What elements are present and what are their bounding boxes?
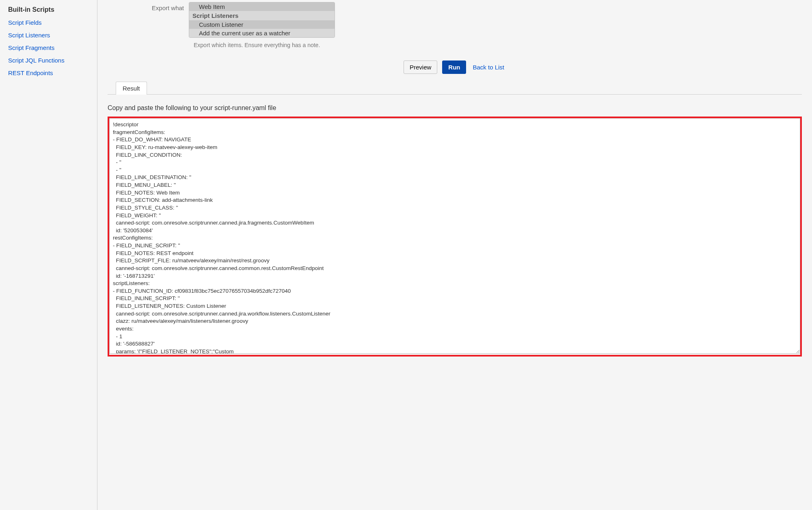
action-buttons: Preview Run Back to List <box>108 61 802 74</box>
sidebar-item-script-fields[interactable]: Script Fields <box>8 19 89 26</box>
run-button[interactable]: Run <box>442 61 466 74</box>
sidebar-item-rest-endpoints[interactable]: REST Endpoints <box>8 69 89 76</box>
listbox-option-web-item[interactable]: Web Item <box>189 2 335 11</box>
export-what-listbox[interactable]: Web Item Script Listeners Custom Listene… <box>189 2 335 38</box>
preview-button[interactable]: Preview <box>404 61 437 74</box>
listbox-option-custom-listener[interactable]: Custom Listener <box>189 20 335 29</box>
export-what-label: Export what <box>108 2 189 11</box>
yaml-output-textarea[interactable] <box>109 118 800 354</box>
sidebar-heading: Built-in Scripts <box>8 6 89 13</box>
main-content: Export what Web Item Script Listeners Cu… <box>97 0 812 510</box>
yaml-highlight-box <box>108 117 802 357</box>
back-to-list-link[interactable]: Back to List <box>471 61 506 73</box>
export-helper-text: Export which items. Ensure everything ha… <box>194 42 802 48</box>
tabs: Result <box>108 81 802 95</box>
sidebar: Built-in Scripts Script Fields Script Li… <box>0 0 97 510</box>
sidebar-item-script-jql-functions[interactable]: Script JQL Functions <box>8 57 89 64</box>
sidebar-item-script-fragments[interactable]: Script Fragments <box>8 44 89 51</box>
result-heading: Copy and paste the following to your scr… <box>108 104 802 112</box>
export-what-row: Export what Web Item Script Listeners Cu… <box>108 2 802 38</box>
listbox-option-add-watcher[interactable]: Add the current user as a watcher <box>189 29 335 37</box>
listbox-group-script-listeners: Script Listeners <box>189 11 335 20</box>
tab-result[interactable]: Result <box>116 82 147 95</box>
sidebar-item-script-listeners[interactable]: Script Listeners <box>8 32 89 39</box>
